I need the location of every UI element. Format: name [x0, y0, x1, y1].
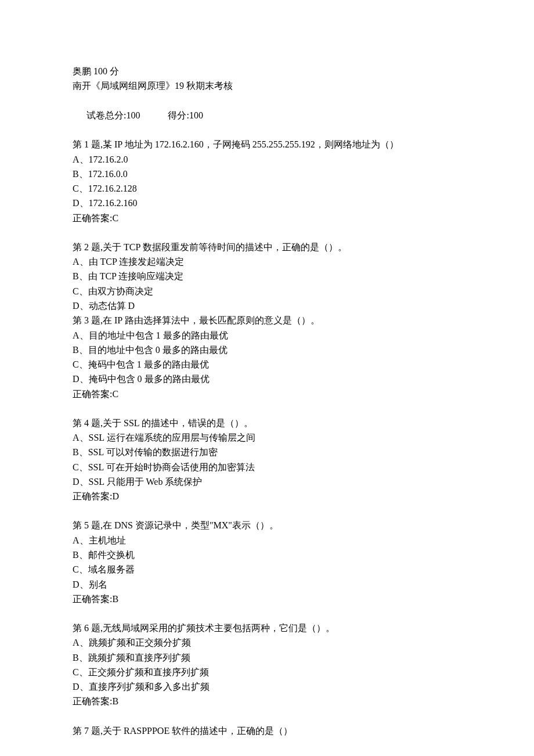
question-option: A、172.16.2.0 [73, 152, 461, 167]
question-option: A、跳频扩频和正交频分扩频 [73, 635, 461, 650]
question-block: 第 2 题,关于 TCP 数据段重发前等待时间的描述中，正确的是（）。A、由 T… [73, 240, 461, 313]
question-answer: 正确答案:D [73, 489, 461, 503]
question-stem: 第 2 题,关于 TCP 数据段重发前等待时间的描述中，正确的是（）。 [73, 240, 461, 254]
course-line: 南开《局域网组网原理》19 秋期末考核 [73, 78, 461, 93]
question-option: D、172.16.2.160 [73, 196, 461, 210]
question-stem: 第 3 题,在 IP 路由选择算法中，最长匹配原则的意义是（）。 [73, 313, 461, 327]
question-block: 第 4 题,关于 SSL 的描述中，错误的是（）。A、SSL 运行在端系统的应用… [73, 416, 461, 504]
question-option: D、动态估算 D [73, 298, 461, 313]
question-option: C、掩码中包含 1 最多的路由最优 [73, 357, 461, 372]
question-option: C、172.16.2.128 [73, 181, 461, 196]
question-option: A、目的地址中包含 1 最多的路由最优 [73, 328, 461, 343]
questions-container: 第 1 题,某 IP 地址为 172.16.2.160，子网掩码 255.255… [73, 137, 461, 738]
question-option: A、主机地址 [73, 533, 461, 548]
document-page: 奥鹏 100 分 南开《局域网组网原理》19 秋期末考核 试卷总分:100得分:… [0, 0, 534, 756]
question-option: D、直接序列扩频和多入多出扩频 [73, 679, 461, 694]
question-stem: 第 1 题,某 IP 地址为 172.16.2.160，子网掩码 255.255… [73, 137, 461, 152]
question-option: C、由双方协商决定 [73, 284, 461, 298]
question-block: 第 7 题,关于 RASPPPOE 软件的描述中，正确的是（） [73, 723, 461, 738]
question-stem: 第 6 题,无线局域网采用的扩频技术主要包括两种，它们是（）。 [73, 621, 461, 635]
question-answer: 正确答案:C [73, 387, 461, 401]
question-option: D、SSL 只能用于 Web 系统保护 [73, 474, 461, 489]
title-line: 奥鹏 100 分 [73, 64, 461, 78]
question-answer: 正确答案:B [73, 694, 461, 708]
question-stem: 第 4 题,关于 SSL 的描述中，错误的是（）。 [73, 416, 461, 430]
question-option: C、正交频分扩频和直接序列扩频 [73, 665, 461, 679]
question-answer: 正确答案:B [73, 592, 461, 606]
question-stem: 第 5 题,在 DNS 资源记录中，类型"MX"表示（）。 [73, 518, 461, 532]
question-option: B、172.16.0.0 [73, 167, 461, 181]
question-option: B、SSL 可以对传输的数据进行加密 [73, 445, 461, 459]
question-option: C、SSL 可在开始时协商会话使用的加密算法 [73, 460, 461, 474]
question-option: B、跳频扩频和直接序列扩频 [73, 650, 461, 665]
header-block: 奥鹏 100 分 南开《局域网组网原理》19 秋期末考核 试卷总分:100得分:… [73, 64, 461, 137]
question-block: 第 1 题,某 IP 地址为 172.16.2.160，子网掩码 255.255… [73, 137, 461, 225]
question-option: B、邮件交换机 [73, 548, 461, 562]
question-option: D、掩码中包含 0 最多的路由最优 [73, 372, 461, 386]
score-got: 得分:100 [168, 110, 203, 120]
question-option: D、别名 [73, 577, 461, 592]
score-line: 试卷总分:100得分:100 [73, 93, 461, 138]
question-block: 第 3 题,在 IP 路由选择算法中，最长匹配原则的意义是（）。A、目的地址中包… [73, 313, 461, 401]
question-option: B、目的地址中包含 0 最多的路由最优 [73, 343, 461, 357]
question-stem: 第 7 题,关于 RASPPPOE 软件的描述中，正确的是（） [73, 723, 461, 738]
question-block: 第 6 题,无线局域网采用的扩频技术主要包括两种，它们是（）。A、跳频扩频和正交… [73, 621, 461, 709]
score-total: 试卷总分:100 [86, 110, 140, 120]
question-option: A、SSL 运行在端系统的应用层与传输层之间 [73, 430, 461, 445]
question-option: B、由 TCP 连接响应端决定 [73, 269, 461, 283]
question-answer: 正确答案:C [73, 211, 461, 225]
question-block: 第 5 题,在 DNS 资源记录中，类型"MX"表示（）。A、主机地址B、邮件交… [73, 518, 461, 606]
question-option: C、域名服务器 [73, 562, 461, 577]
question-option: A、由 TCP 连接发起端决定 [73, 254, 461, 269]
